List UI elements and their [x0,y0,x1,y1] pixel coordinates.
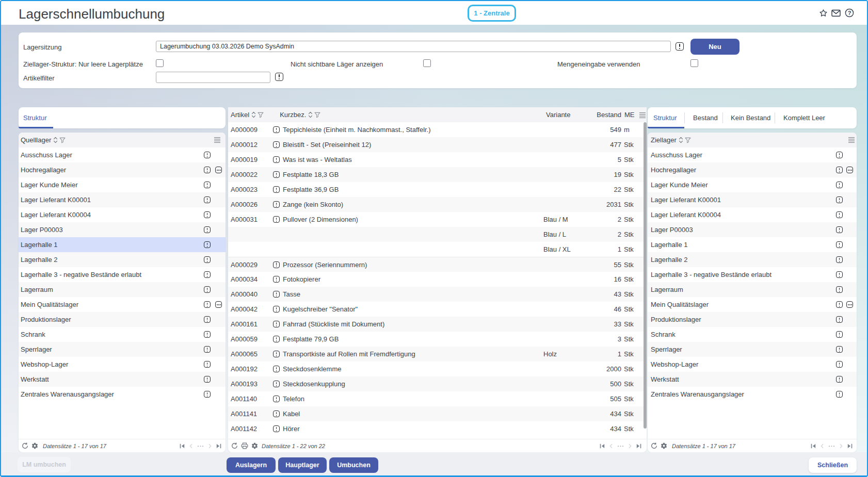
svg-text:?: ? [848,10,851,16]
